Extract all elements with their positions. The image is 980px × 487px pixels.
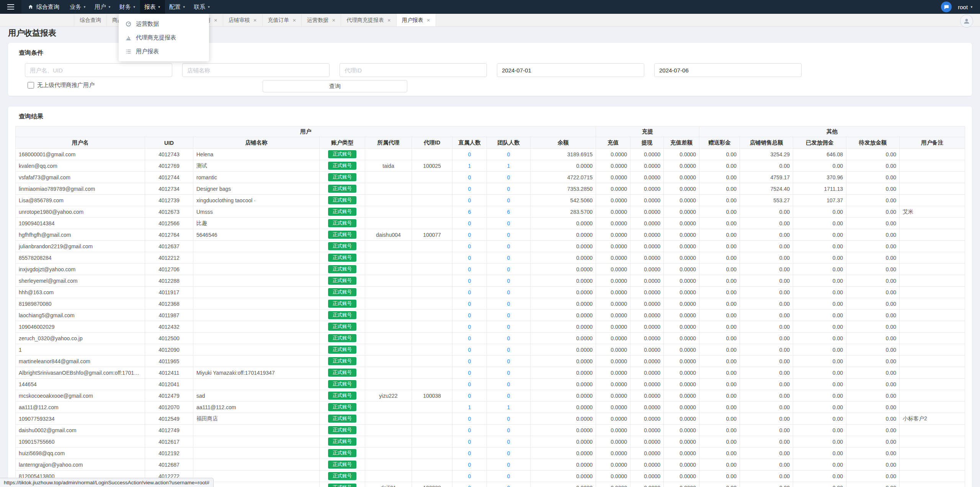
team-count-link[interactable]: 0	[507, 416, 510, 422]
team-count-link[interactable]: 0	[507, 473, 510, 479]
nav-reports[interactable]: 报表▼	[140, 0, 165, 14]
cell-uid: 4012368	[145, 298, 193, 310]
team-count-link[interactable]: 0	[507, 381, 510, 387]
direct-count-link[interactable]: 0	[468, 416, 471, 422]
team-count-link[interactable]: 1	[507, 163, 510, 169]
user-menu[interactable]: root ▼	[958, 4, 973, 10]
direct-count-link[interactable]: 1	[468, 163, 471, 169]
direct-count-link[interactable]: 0	[468, 381, 471, 387]
direct-count-link[interactable]: 0	[468, 151, 471, 157]
table-row: Lisa@856789.com4012739xingduoclothing ta…	[16, 195, 965, 206]
direct-count-link[interactable]: 0	[468, 485, 471, 487]
team-count-link[interactable]: 0	[507, 174, 510, 180]
tab-shop-review[interactable]: 店铺审核×	[223, 14, 263, 26]
team-count-link[interactable]: 6	[507, 209, 510, 215]
direct-count-link[interactable]: 0	[468, 232, 471, 238]
team-count-link[interactable]: 0	[507, 324, 510, 330]
tab-operations-data[interactable]: 运营数据×	[302, 14, 341, 26]
team-count-link[interactable]: 0	[507, 220, 510, 226]
team-count-link[interactable]: 0	[507, 485, 510, 487]
close-icon[interactable]: ×	[387, 17, 391, 23]
close-icon[interactable]: ×	[253, 17, 257, 23]
direct-count-link[interactable]: 0	[468, 197, 471, 203]
menu-item-user-report[interactable]: 用户报表	[119, 44, 209, 58]
direct-count-link[interactable]: 0	[468, 312, 471, 318]
team-count-link[interactable]: 0	[507, 243, 510, 249]
team-count-link[interactable]: 0	[507, 439, 510, 445]
close-icon[interactable]: ×	[293, 17, 296, 23]
cell-recharge: 0.0000	[596, 413, 630, 425]
direct-count-link[interactable]: 0	[468, 266, 471, 272]
close-icon[interactable]: ×	[214, 17, 217, 23]
team-count-link[interactable]: 0	[507, 197, 510, 203]
team-count-link[interactable]: 1	[507, 404, 510, 410]
nav-users[interactable]: 用户▼	[90, 0, 115, 14]
direct-count-link[interactable]: 0	[468, 473, 471, 479]
chat-button[interactable]	[941, 2, 952, 12]
username-uid-input[interactable]	[25, 63, 172, 77]
start-date-input[interactable]	[497, 63, 644, 77]
service-widget-button[interactable]	[960, 15, 973, 28]
team-count-link[interactable]: 0	[507, 462, 510, 468]
nav-finance[interactable]: 财务▼	[115, 0, 140, 14]
no-agent-checkbox[interactable]	[28, 82, 34, 89]
tab-agent-recharge-report[interactable]: 代理商充提报表×	[341, 14, 397, 26]
team-count-link[interactable]: 0	[507, 450, 510, 456]
direct-count-link[interactable]: 0	[468, 450, 471, 456]
direct-count-link[interactable]: 6	[468, 209, 471, 215]
direct-count-link[interactable]: 0	[468, 186, 471, 192]
direct-count-link[interactable]: 0	[468, 427, 471, 433]
direct-count-link[interactable]: 0	[468, 393, 471, 399]
nav-contact[interactable]: 联系▼	[190, 0, 215, 14]
direct-count-link[interactable]: 0	[468, 289, 471, 295]
direct-count-link[interactable]: 0	[468, 220, 471, 226]
tab-user-report[interactable]: 用户报表×	[397, 14, 436, 26]
team-count-link[interactable]: 0	[507, 151, 510, 157]
nav-config[interactable]: 配置▼	[165, 0, 190, 14]
direct-count-link[interactable]: 0	[468, 439, 471, 445]
team-count-link[interactable]: 0	[507, 255, 510, 261]
team-count-link[interactable]: 0	[507, 289, 510, 295]
tab-recharge-orders[interactable]: 充值订单×	[263, 14, 302, 26]
team-count-link[interactable]: 0	[507, 370, 510, 376]
direct-count-link[interactable]: 0	[468, 358, 471, 364]
close-icon[interactable]: ×	[427, 17, 430, 23]
menu-item-agent-recharge-report[interactable]: 代理商充提报表	[119, 31, 209, 44]
shop-name-input[interactable]	[182, 63, 330, 77]
team-count-link[interactable]: 0	[507, 278, 510, 284]
cell-direct-count: 0	[452, 471, 487, 482]
menu-item-operations-data[interactable]: 运营数据	[119, 17, 209, 31]
team-count-link[interactable]: 0	[507, 232, 510, 238]
cell-remark	[900, 321, 965, 333]
no-agent-checkbox-wrap[interactable]: 无上级代理商推广用户	[28, 82, 95, 89]
agent-id-input[interactable]	[340, 63, 487, 77]
menu-toggle-button[interactable]	[0, 0, 21, 14]
team-count-link[interactable]: 0	[507, 312, 510, 318]
team-count-link[interactable]: 0	[507, 358, 510, 364]
brand-home-link[interactable]: 综合查询	[21, 0, 65, 14]
team-count-link[interactable]: 0	[507, 266, 510, 272]
team-count-link[interactable]: 0	[507, 347, 510, 353]
end-date-input[interactable]	[654, 63, 802, 77]
direct-count-link[interactable]: 0	[468, 243, 471, 249]
team-count-link[interactable]: 0	[507, 186, 510, 192]
direct-count-link[interactable]: 0	[468, 278, 471, 284]
team-count-link[interactable]: 0	[507, 427, 510, 433]
team-count-link[interactable]: 0	[507, 301, 510, 307]
direct-count-link[interactable]: 0	[468, 255, 471, 261]
cell-shop-name	[193, 448, 320, 459]
direct-count-link[interactable]: 0	[468, 347, 471, 353]
direct-count-link[interactable]: 0	[468, 301, 471, 307]
direct-count-link[interactable]: 0	[468, 324, 471, 330]
tab-home[interactable]: 综合查询	[74, 14, 107, 26]
search-button[interactable]: 查询	[263, 80, 407, 92]
nav-business[interactable]: 业务▼	[65, 0, 90, 14]
direct-count-link[interactable]: 0	[468, 174, 471, 180]
close-icon[interactable]: ×	[332, 17, 335, 23]
direct-count-link[interactable]: 0	[468, 462, 471, 468]
team-count-link[interactable]: 0	[507, 335, 510, 341]
direct-count-link[interactable]: 0	[468, 370, 471, 376]
direct-count-link[interactable]: 1	[468, 404, 471, 410]
direct-count-link[interactable]: 0	[468, 335, 471, 341]
team-count-link[interactable]: 0	[507, 393, 510, 399]
